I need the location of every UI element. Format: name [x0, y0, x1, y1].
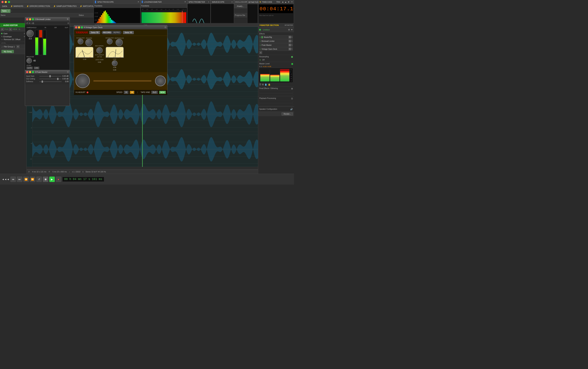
master-settings-icon[interactable]: ⚙	[288, 29, 290, 31]
bw-threshold-knob[interactable]	[27, 30, 34, 37]
peak-master-max-btn[interactable]	[32, 71, 34, 73]
transport-back-btn[interactable]: ◄◄◄	[2, 178, 9, 181]
vd-close-btn[interactable]	[75, 26, 77, 29]
brickwall-s-btn[interactable]: S	[289, 40, 291, 42]
ae-removedc-item[interactable]: — Remove DC Offset	[1, 38, 25, 41]
pm-input-gain-slider[interactable]	[39, 76, 62, 77]
file-group-add-btn[interactable]: +	[17, 45, 20, 48]
meter-link-icon[interactable]: ⊞	[262, 83, 264, 86]
horizontal-scrollbar[interactable]	[27, 167, 258, 169]
brickwall-settings-icon[interactable]: ⚙	[67, 18, 69, 20]
vd-preset1-btn[interactable]: Swiss '85	[89, 31, 100, 34]
transport-to-start-btn[interactable]: ⏮	[10, 177, 16, 182]
vd-reproduce-knob[interactable]	[116, 39, 123, 46]
vd-record-knob[interactable]	[85, 39, 93, 46]
transport-record-btn[interactable]: ●	[56, 177, 61, 182]
ae-file-btn[interactable]: F	[1, 28, 4, 31]
bw-tb-btn6[interactable]: ⊡	[68, 22, 69, 24]
menu-item-phase[interactable]: PHAS...	[235, 5, 245, 8]
spectrometer-close-btn[interactable]: ✕	[208, 1, 209, 3]
peak-master-close-btn[interactable]	[26, 71, 28, 73]
pm-settings-icon[interactable]: ⊡	[67, 71, 69, 73]
tasks-tab[interactable]: Tasks ✕	[1, 9, 10, 13]
ae-file-label[interactable]: FILE	[4, 28, 8, 30]
master-arrow-icon[interactable]: ▼	[291, 29, 293, 31]
spectroscope-close-btn[interactable]: ✕	[137, 1, 139, 3]
bw-tb-btn5[interactable]: ⏻	[32, 22, 34, 24]
vd-record-toggle[interactable]: RECORD	[102, 31, 112, 34]
vd-speed-30-btn[interactable]: 30	[130, 91, 134, 94]
loudness-close-btn[interactable]: ✕	[184, 1, 186, 3]
transport-prev-btn[interactable]: ⏭	[17, 177, 22, 182]
pm-out-ceiling-slider[interactable]	[39, 79, 62, 79]
timecode-arrow-up[interactable]: ▲	[285, 1, 287, 3]
tab-add[interactable]: +	[11, 10, 12, 12]
ae-gain-item[interactable]: Gain ▼	[1, 32, 25, 35]
final-effects-grid-icon[interactable]: ⊞	[291, 87, 293, 90]
transport-stop-btn[interactable]: ⏹	[43, 177, 48, 182]
transport-rwd-btn[interactable]: ⏪	[23, 177, 29, 182]
vd-speed-15-btn[interactable]: 15	[124, 91, 128, 94]
ae-view-label[interactable]: VIEW	[13, 28, 17, 30]
bw-link-btn[interactable]: LINK	[34, 67, 39, 69]
masterrig-s-btn[interactable]: S	[289, 36, 291, 38]
vintage-s-btn[interactable]: S	[289, 48, 291, 50]
vd-adjust-high-knob[interactable]	[78, 39, 83, 44]
minimize-button[interactable]	[5, 1, 7, 3]
vd-bias-knob[interactable]	[96, 47, 103, 53]
timecode-arrow-down[interactable]: ▼	[288, 1, 290, 3]
effect-row-masterrig[interactable]: ≡ ▊ MasterRig S 5	[259, 35, 293, 39]
speaker-volume-icon[interactable]: 🔊	[290, 108, 293, 111]
bw-auto-btn[interactable]: AUTO	[27, 67, 33, 69]
menu-item-sampleattributes[interactable]: ⚡ SAMPLEATTRIBUTES	[52, 5, 78, 8]
ae-refresh-icon[interactable]: ↻	[19, 28, 20, 31]
transport-loop-btn[interactable]: ↺	[36, 177, 42, 182]
vd-preset2-btn[interactable]: Swiss '85	[123, 31, 134, 34]
effects-add-btn[interactable]: +	[259, 51, 262, 54]
pm-softness-handle[interactable]	[42, 81, 43, 83]
bitmeter-close-btn[interactable]: ✕	[260, 1, 261, 3]
pm-input-gain-handle[interactable]	[49, 75, 51, 77]
bw-release-knob[interactable]	[27, 58, 32, 63]
menu-item-errorcorrection[interactable]: ⚡ ERRORCORRECTION	[25, 5, 51, 8]
track-tab[interactable]: My Song	[1, 50, 14, 53]
tasks-tab-close[interactable]: ✕	[8, 10, 9, 12]
bw-tb-btn2[interactable]: S	[27, 22, 29, 24]
vd-repro-toggle[interactable]: REPRO	[112, 31, 121, 34]
meter-water-icon[interactable]: 💧	[265, 83, 267, 86]
meter-lock-icon[interactable]: 🔒	[268, 83, 271, 86]
pm-softness-slider[interactable]	[39, 81, 62, 82]
menu-item-data[interactable]: DATA	[1, 5, 9, 8]
brickwall-min-btn[interactable]	[29, 18, 31, 20]
close-button[interactable]	[1, 1, 4, 3]
pm-out-ceiling-handle[interactable]	[57, 78, 59, 80]
brickwall-max-btn[interactable]	[32, 18, 34, 20]
timecode-close-btn[interactable]: ✕	[291, 1, 293, 3]
effect-row-brickwall[interactable]: ≡ Brickwall Limiter S 5	[259, 39, 293, 43]
vd-min-btn[interactable]	[78, 26, 80, 29]
bw-tb-btn3[interactable]: ⏸	[29, 22, 31, 24]
transport-play-btn[interactable]: ▶	[49, 177, 55, 182]
menu-item-markers[interactable]: ⚡ MARKERS	[9, 5, 25, 8]
master-bitmeter-label[interactable]: BITMETER	[285, 24, 293, 26]
meter-menu-icon[interactable]: ☰	[259, 83, 261, 86]
vd-new-btn[interactable]: NEW	[159, 91, 166, 94]
wavescope-close-btn[interactable]: ✕	[231, 1, 233, 3]
render-button[interactable]: Render...	[282, 113, 293, 115]
effect-row-peakmaster[interactable]: ≡ Peak Master S 5	[259, 43, 293, 47]
peakmaster-s-btn[interactable]: S	[289, 44, 291, 46]
playback-processing-icon[interactable]: ⊡	[291, 97, 293, 100]
vd-expand-btn[interactable]: ⊡	[165, 26, 166, 29]
bw-tb-btn1[interactable]: ≡	[26, 22, 27, 24]
vd-max-btn[interactable]	[81, 26, 83, 29]
ae-envelope-item[interactable]: ∿ Envelope ▼	[1, 35, 25, 38]
timecode-arrow-left[interactable]: ◄	[282, 1, 284, 3]
brickwall-close-btn[interactable]	[26, 18, 28, 20]
maximize-button[interactable]	[8, 1, 10, 3]
vd-low-knob[interactable]	[112, 60, 118, 66]
vd-adjust-high-knob2[interactable]	[107, 39, 113, 44]
resampling-led[interactable]	[291, 56, 293, 58]
ae-view-btn[interactable]: V	[9, 28, 12, 31]
transport-fwd-btn[interactable]: ⏩	[30, 177, 35, 182]
effect-row-vintage[interactable]: ≡ Vintage Open Deck S 5	[259, 47, 293, 51]
